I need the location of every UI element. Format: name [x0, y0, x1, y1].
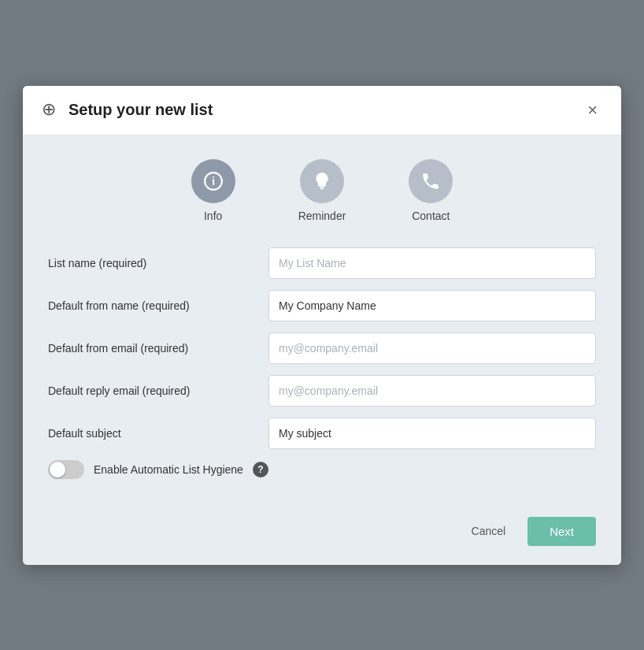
svg-rect-3 — [320, 188, 324, 189]
cancel-button[interactable]: Cancel — [459, 518, 519, 544]
input-from-email[interactable] — [268, 332, 596, 364]
toggle-row: Enable Automatic List Hygiene ? — [48, 460, 596, 479]
modal-body: i Info Reminder — [23, 136, 621, 517]
form-row-list-name: List name (required) — [48, 247, 596, 279]
step-contact-label: Contact — [412, 210, 450, 222]
input-from-name[interactable] — [268, 290, 596, 321]
form-row-reply-email: Default reply email (required) — [48, 375, 596, 407]
form-row-from-email: Default from email (required) — [48, 332, 596, 364]
modal-overlay: ⊕ Setup your new list × i Info — [0, 0, 644, 650]
form-row-subject: Default subject — [48, 418, 596, 449]
input-subject[interactable] — [268, 418, 596, 449]
lightbulb-icon — [312, 171, 332, 191]
svg-text:i: i — [212, 174, 215, 188]
modal-container: ⊕ Setup your new list × i Info — [23, 86, 621, 565]
label-from-name: Default from name (required) — [48, 299, 268, 312]
step-reminder-icon-circle — [300, 159, 344, 203]
form-fields: List name (required) Default from name (… — [48, 247, 596, 449]
modal-close-button[interactable]: × — [583, 100, 602, 121]
step-info-label: Info — [204, 210, 222, 222]
modal-header: ⊕ Setup your new list × — [23, 86, 621, 136]
label-reply-email: Default reply email (required) — [48, 384, 268, 397]
steps-row: i Info Reminder — [48, 159, 596, 222]
label-subject: Default subject — [48, 427, 268, 440]
phone-icon — [420, 171, 441, 191]
step-contact: Contact — [409, 159, 453, 222]
step-info-icon-circle: i — [191, 159, 235, 203]
step-reminder-label: Reminder — [298, 210, 346, 222]
modal-header-left: ⊕ Setup your new list — [42, 101, 213, 120]
modal-footer: Cancel Next — [23, 517, 621, 565]
modal-title-icon: ⊕ — [42, 101, 61, 120]
form-row-from-name: Default from name (required) — [48, 290, 596, 321]
step-contact-icon-circle — [409, 159, 453, 203]
modal-title: Setup your new list — [68, 101, 213, 119]
step-info: i Info — [191, 159, 235, 222]
hygiene-toggle[interactable] — [48, 460, 84, 479]
label-list-name: List name (required) — [48, 257, 268, 269]
svg-rect-2 — [320, 186, 324, 188]
toggle-label: Enable Automatic List Hygiene — [94, 463, 243, 476]
input-list-name[interactable] — [268, 247, 596, 279]
step-reminder: Reminder — [298, 159, 346, 222]
input-reply-email[interactable] — [268, 375, 596, 407]
next-button[interactable]: Next — [527, 517, 596, 546]
toggle-track — [48, 460, 84, 479]
info-icon: i — [203, 171, 224, 191]
label-from-email: Default from email (required) — [48, 342, 268, 355]
help-icon[interactable]: ? — [253, 462, 268, 477]
toggle-thumb — [50, 462, 65, 477]
